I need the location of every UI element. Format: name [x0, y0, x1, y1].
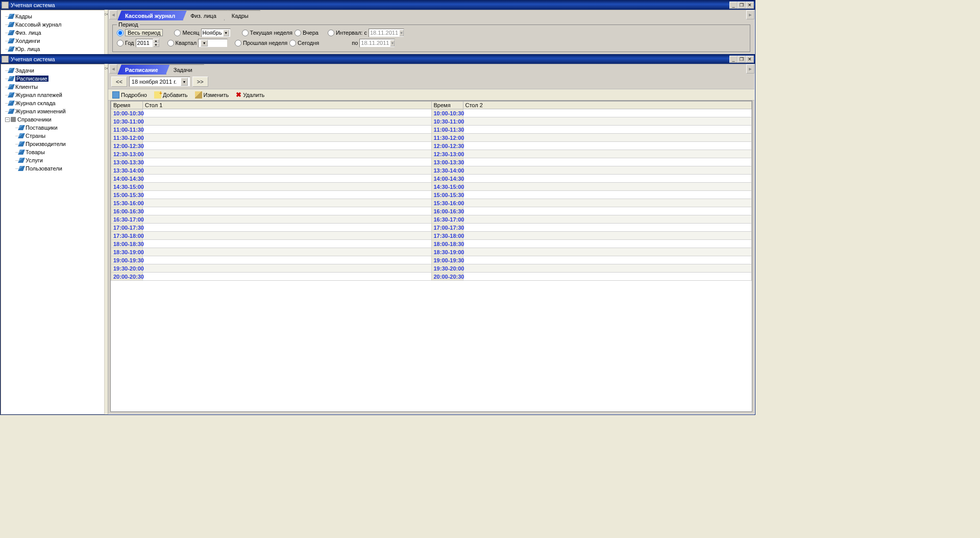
slot-cell-stol2[interactable]: [463, 191, 752, 199]
schedule-row[interactable]: 14:00-14:3014:00-14:30: [111, 175, 752, 183]
close-button[interactable]: ✕: [746, 56, 754, 63]
minimize-button[interactable]: _: [729, 56, 738, 63]
slot-cell-stol2[interactable]: [463, 117, 752, 126]
slot-cell-stol2[interactable]: [463, 166, 752, 175]
tree-item[interactable]: ┈Производители: [12, 140, 103, 148]
slot-cell-stol1[interactable]: [143, 232, 432, 240]
quarter-combo[interactable]: ▼: [198, 39, 228, 47]
schedule-row[interactable]: 17:00-17:3017:00-17:30: [111, 224, 752, 232]
slot-cell-stol2[interactable]: [463, 256, 752, 264]
tree-item[interactable]: ┈Пользователи: [12, 164, 103, 173]
year-spinner[interactable]: ▲▼: [136, 39, 159, 47]
tree-item[interactable]: ┈Расписание: [2, 75, 103, 83]
slot-cell-stol1[interactable]: [143, 150, 432, 158]
radio-interval[interactable]: [328, 30, 334, 36]
chevron-down-icon[interactable]: ▼: [201, 40, 208, 46]
col-stol-1[interactable]: Стол 1: [143, 102, 432, 109]
chevron-down-icon[interactable]: ▼: [399, 30, 404, 36]
expander-icon[interactable]: −: [5, 117, 10, 122]
schedule-grid[interactable]: Время Стол 1 Время Стол 2 10:00-10:3010:…: [110, 101, 752, 412]
radio-today[interactable]: [289, 40, 296, 46]
slot-cell-stol2[interactable]: [463, 264, 752, 273]
slot-cell-stol1[interactable]: [143, 224, 432, 232]
schedule-row[interactable]: 19:30-20:0019:30-20:00: [111, 264, 752, 273]
slot-cell-stol2[interactable]: [463, 142, 752, 150]
maximize-button[interactable]: ❐: [738, 2, 746, 9]
date-from-input[interactable]: 18.11.2011▼: [369, 29, 404, 37]
radio-all-period[interactable]: [117, 30, 124, 36]
radio-current-week[interactable]: [242, 30, 249, 36]
chevron-down-icon[interactable]: ▼: [390, 40, 395, 46]
radio-prev-week[interactable]: [235, 40, 241, 46]
slot-cell-stol2[interactable]: [463, 158, 752, 166]
schedule-row[interactable]: 10:00-10:3010:00-10:30: [111, 109, 752, 117]
col-time-1[interactable]: Время: [111, 102, 143, 109]
schedule-row[interactable]: 18:30-19:0018:30-19:00: [111, 248, 752, 256]
col-time-2[interactable]: Время: [431, 102, 463, 109]
slot-cell-stol2[interactable]: [463, 248, 752, 256]
slot-cell-stol1[interactable]: [143, 240, 432, 248]
schedule-row[interactable]: 18:00-18:3018:00-18:30: [111, 240, 752, 248]
schedule-row[interactable]: 11:30-12:0011:30-12:00: [111, 134, 752, 142]
slot-cell-stol1[interactable]: [143, 134, 432, 142]
slot-cell-stol1[interactable]: [143, 215, 432, 224]
slot-cell-stol1[interactable]: [143, 273, 432, 281]
tree-item[interactable]: ┈Кадры: [2, 12, 103, 20]
radio-month[interactable]: [174, 30, 181, 36]
tabs-scroll-left[interactable]: ◄: [109, 10, 117, 19]
schedule-row[interactable]: 13:30-14:0013:30-14:00: [111, 166, 752, 175]
detail-button[interactable]: Подробно: [111, 91, 148, 99]
schedule-row[interactable]: 14:30-15:0014:30-15:00: [111, 183, 752, 191]
month-combo[interactable]: Ноябрь▼: [201, 29, 231, 37]
slot-cell-stol1[interactable]: [143, 117, 432, 126]
maximize-button[interactable]: ❐: [738, 56, 746, 63]
schedule-row[interactable]: 10:30-11:0010:30-11:00: [111, 117, 752, 126]
tree-item[interactable]: ┈Юр. лица: [2, 45, 103, 53]
slot-cell-stol1[interactable]: [143, 126, 432, 134]
tree-item[interactable]: ┈Поставщики: [12, 124, 103, 132]
radio-yesterday[interactable]: [295, 30, 301, 36]
tree-item[interactable]: ┈Холдинги: [2, 37, 103, 45]
slot-cell-stol1[interactable]: [143, 191, 432, 199]
date-picker[interactable]: 18 ноября 2011 г.▼: [129, 77, 190, 87]
titlebar-1[interactable]: Учетная система _ ❐ ✕: [1, 1, 755, 10]
schedule-row[interactable]: 16:30-17:0016:30-17:00: [111, 215, 752, 224]
add-button[interactable]: Добавить: [153, 91, 189, 99]
slot-cell-stol1[interactable]: [143, 207, 432, 215]
year-input[interactable]: [136, 39, 153, 47]
slot-cell-stol1[interactable]: [143, 109, 432, 117]
slot-cell-stol2[interactable]: [463, 232, 752, 240]
slot-cell-stol1[interactable]: [143, 142, 432, 150]
slot-cell-stol2[interactable]: [463, 150, 752, 158]
tree-item-references[interactable]: −Справочники: [2, 115, 103, 124]
schedule-row[interactable]: 12:30-13:0012:30-13:00: [111, 150, 752, 158]
slot-cell-stol2[interactable]: [463, 224, 752, 232]
slot-cell-stol1[interactable]: [143, 175, 432, 183]
tree-item[interactable]: ┈Физ. лица: [2, 29, 103, 37]
minimize-button[interactable]: _: [729, 2, 738, 9]
slot-cell-stol2[interactable]: [463, 215, 752, 224]
tree-item[interactable]: ┈Клиенты: [2, 83, 103, 91]
prev-date-button[interactable]: <<: [111, 77, 127, 87]
delete-button[interactable]: ✖Удалить: [235, 90, 265, 99]
schedule-row[interactable]: 17:30-18:0017:30-18:00: [111, 232, 752, 240]
schedule-row[interactable]: 20:00-20:3020:00-20:30: [111, 273, 752, 281]
schedule-row[interactable]: 19:00-19:3019:00-19:30: [111, 256, 752, 264]
tab-tasks[interactable]: Задачи: [166, 64, 204, 75]
slot-cell-stol2[interactable]: [463, 126, 752, 134]
tree-item[interactable]: ┈Задачи: [2, 66, 103, 75]
tab-schedule[interactable]: Расписание: [117, 64, 170, 75]
tabs-scroll-left[interactable]: ◄: [109, 64, 117, 74]
close-button[interactable]: ✕: [746, 2, 754, 9]
schedule-row[interactable]: 11:00-11:3011:00-11:30: [111, 126, 752, 134]
chevron-down-icon[interactable]: ▼: [223, 30, 229, 36]
schedule-row[interactable]: 15:00-15:3015:00-15:30: [111, 191, 752, 199]
col-stol-2[interactable]: Стол 2: [463, 102, 752, 109]
tab-individuals[interactable]: Физ. лица: [183, 10, 228, 20]
slot-cell-stol2[interactable]: [463, 134, 752, 142]
slot-cell-stol2[interactable]: [463, 175, 752, 183]
tab-personnel[interactable]: Кадры: [224, 10, 260, 20]
slot-cell-stol2[interactable]: [463, 207, 752, 215]
slot-cell-stol2[interactable]: [463, 183, 752, 191]
slot-cell-stol1[interactable]: [143, 199, 432, 207]
